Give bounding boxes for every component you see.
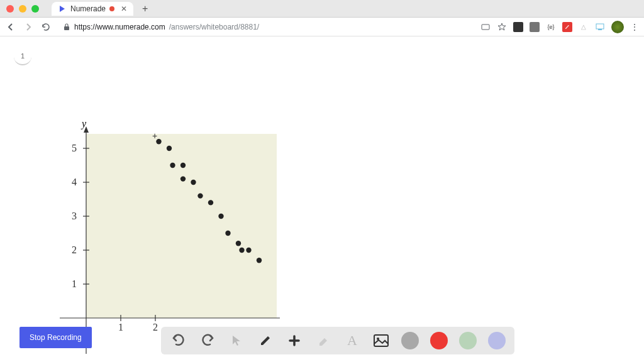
svg-point-32	[236, 241, 241, 246]
color-blue[interactable]	[488, 332, 506, 349]
tab-title: Numerade	[70, 4, 106, 13]
recording-indicator-icon	[109, 6, 114, 11]
svg-text:1: 1	[72, 278, 77, 289]
svg-rect-36	[374, 335, 388, 346]
color-green[interactable]	[459, 332, 477, 349]
forward-button[interactable]	[23, 21, 34, 33]
chart: y + 12345 12	[60, 121, 280, 360]
close-window-button[interactable]	[6, 5, 14, 13]
text-tool[interactable]: A	[343, 332, 361, 349]
new-tab-button[interactable]: +	[142, 3, 148, 14]
svg-point-29	[208, 200, 213, 205]
svg-point-30	[218, 214, 223, 219]
reload-button[interactable]	[40, 21, 52, 33]
tab-bar: Numerade ✕ +	[52, 2, 148, 16]
profile-avatar[interactable]	[611, 21, 624, 33]
tab-favicon	[58, 4, 67, 13]
svg-point-22	[156, 139, 161, 144]
svg-rect-4	[598, 29, 602, 30]
tab-close-icon[interactable]: ✕	[121, 4, 127, 13]
address-bar: https://www.numerade.com/answers/whitebo…	[0, 18, 644, 36]
extension-1-icon[interactable]	[513, 22, 523, 32]
svg-rect-3	[596, 24, 604, 29]
extension-2-icon[interactable]	[530, 22, 540, 32]
image-tool[interactable]	[372, 332, 390, 349]
svg-text:2: 2	[72, 244, 77, 255]
back-button[interactable]	[5, 21, 16, 33]
extension-5-icon[interactable]: △	[579, 22, 589, 32]
extension-icons: {e} ⟋ △ ⋮	[480, 21, 639, 33]
redo-button[interactable]	[199, 332, 216, 349]
svg-marker-0	[60, 6, 65, 12]
page-indicator: 1	[14, 48, 31, 65]
svg-point-35	[257, 258, 262, 263]
color-grey[interactable]	[401, 332, 419, 349]
svg-rect-1	[64, 26, 69, 30]
whiteboard-toolbar: A	[161, 327, 514, 354]
svg-text:5: 5	[72, 143, 77, 153]
traffic-lights	[6, 5, 39, 13]
extension-6-icon[interactable]	[595, 22, 605, 32]
pencil-tool[interactable]	[257, 332, 274, 349]
extension-3-icon[interactable]: {e}	[546, 22, 556, 32]
window-chrome: Numerade ✕ +	[0, 0, 644, 18]
star-icon[interactable]	[497, 22, 507, 32]
svg-point-25	[180, 163, 186, 168]
svg-point-31	[225, 231, 230, 236]
cast-icon[interactable]	[480, 22, 491, 32]
lock-icon	[63, 23, 70, 31]
svg-text:4: 4	[72, 177, 77, 187]
extension-4-icon[interactable]: ⟋	[562, 22, 572, 32]
svg-point-23	[167, 146, 172, 151]
page-number: 1	[21, 52, 25, 60]
pointer-tool[interactable]	[228, 332, 245, 349]
chart-svg: 12345 12	[60, 121, 280, 360]
stop-recording-button[interactable]: Stop Recording	[19, 327, 92, 348]
svg-point-26	[180, 176, 186, 181]
svg-point-34	[246, 248, 251, 253]
maximize-window-button[interactable]	[31, 5, 39, 13]
undo-button[interactable]	[170, 332, 187, 349]
svg-point-33	[239, 248, 244, 253]
color-red[interactable]	[430, 332, 448, 349]
svg-point-28	[197, 193, 203, 198]
svg-point-27	[191, 180, 196, 185]
svg-text:2: 2	[153, 322, 158, 332]
browser-tab[interactable]: Numerade ✕	[52, 2, 133, 16]
svg-point-24	[170, 163, 175, 168]
svg-text:1: 1	[118, 322, 123, 332]
url-box[interactable]: https://www.numerade.com/answers/whitebo…	[58, 23, 474, 31]
url-host: https://www.numerade.com	[74, 23, 165, 31]
svg-text:3: 3	[72, 211, 77, 221]
svg-marker-6	[84, 126, 89, 133]
minimize-window-button[interactable]	[19, 5, 26, 13]
svg-rect-2	[482, 25, 489, 30]
page-content: 1 y + 12345 12 Stop Recording A	[0, 36, 644, 362]
plus-tool[interactable]	[286, 332, 303, 349]
url-path: /answers/whiteboard/8881/	[169, 23, 259, 31]
eraser-tool[interactable]	[314, 332, 332, 349]
menu-button[interactable]: ⋮	[630, 22, 639, 32]
